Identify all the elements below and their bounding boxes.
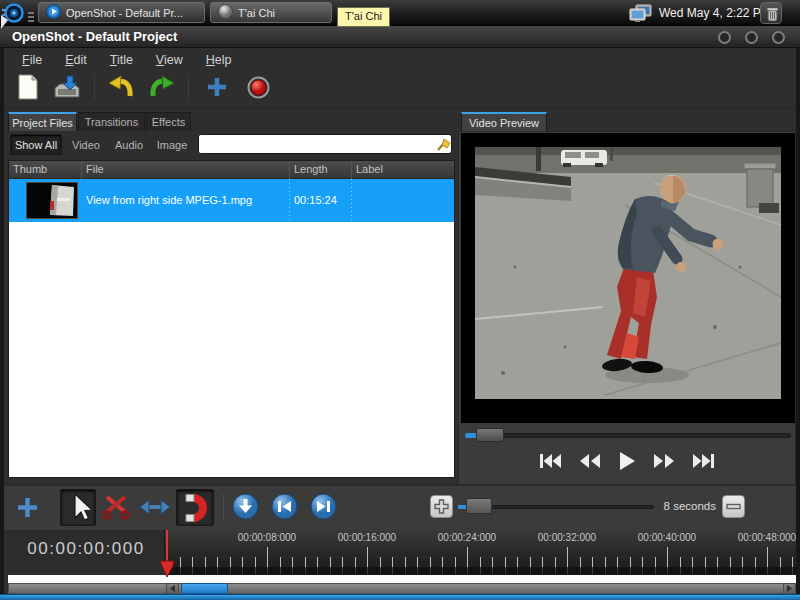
column-thumb[interactable]: Thumb: [13, 163, 47, 175]
menu-file[interactable]: File: [18, 51, 46, 69]
taskbar: OpenShot - Default Pr... T'ai Chi Wed Ma…: [0, 0, 800, 26]
taskbar-button-label: T'ai Chi: [238, 7, 275, 19]
menu-view[interactable]: View: [152, 51, 187, 69]
import-files-icon[interactable]: [53, 74, 81, 104]
bottom-panel-edge: [0, 594, 800, 600]
clock: Wed May 4, 2:22 PM: [659, 6, 771, 20]
export-video-icon[interactable]: [247, 76, 270, 103]
play-button[interactable]: [618, 451, 636, 475]
seek-slider-handle[interactable]: [476, 428, 504, 442]
playhead-marker[interactable]: [159, 560, 175, 578]
timeline-tracks-area[interactable]: [8, 575, 796, 583]
zoom-out-button[interactable]: [722, 495, 745, 518]
ruler-label: 00:00:40:000: [625, 532, 709, 543]
video-frame: [461, 133, 795, 423]
add-icon[interactable]: [206, 76, 228, 102]
fast-forward-button[interactable]: [653, 452, 675, 474]
redo-icon[interactable]: [148, 74, 175, 105]
scrollbar-thumb[interactable]: [181, 583, 228, 594]
current-time-display: 00:00:00:000: [8, 530, 165, 567]
file-length: 00:15:24: [294, 194, 337, 206]
toolbar-separator: [188, 77, 189, 101]
column-separator: [289, 161, 290, 179]
panel-handle-icon: [28, 8, 34, 26]
new-project-icon[interactable]: [16, 74, 40, 104]
ruler-label: 00:00:32:000: [525, 532, 609, 543]
ruler-label: 00:00:16:000: [325, 532, 409, 543]
menu-help[interactable]: Help: [202, 51, 236, 69]
seek-slider[interactable]: [465, 433, 791, 438]
list-header: Thumb File Length Label: [9, 161, 454, 179]
window-maximize-button[interactable]: [745, 31, 758, 44]
snapping-tool-button[interactable]: [176, 489, 214, 526]
scroll-left-arrow[interactable]: [166, 583, 179, 594]
main-toolbar: [4, 71, 796, 108]
tooltip: T'ai Chi: [337, 7, 390, 27]
filter-video[interactable]: Video: [66, 134, 106, 155]
filter-show-all[interactable]: Show All: [10, 134, 62, 155]
file-name: View from right side MPEG-1.mpg: [86, 194, 252, 206]
arrow-tool-button[interactable]: [60, 489, 96, 526]
ruler-label: 00:00:08:000: [225, 532, 309, 543]
window-title: OpenShot - Default Project: [12, 29, 177, 44]
previous-marker-button[interactable]: [271, 493, 298, 520]
menu-edit[interactable]: Edit: [61, 51, 91, 69]
scroll-right-arrow[interactable]: [783, 583, 796, 594]
tab-project-files[interactable]: Project Files: [8, 112, 77, 131]
column-separator: [351, 161, 352, 179]
zoom-slider-handle[interactable]: [466, 498, 492, 514]
tab-video-preview[interactable]: Video Preview: [461, 112, 547, 131]
add-track-icon[interactable]: [16, 496, 39, 523]
tab-transitions[interactable]: Transitions: [78, 112, 145, 131]
skip-to-end-button[interactable]: [692, 452, 716, 474]
openshot-app-icon: [46, 4, 61, 21]
undo-icon[interactable]: [108, 74, 135, 105]
search-input[interactable]: [201, 136, 431, 152]
window-minimize-button[interactable]: [718, 31, 731, 44]
ruler-cells: [165, 567, 796, 575]
razor-tool-icon[interactable]: [102, 493, 130, 525]
file-row-selected[interactable]: View from right side MPEG-1.mpg 00:15:24: [9, 179, 454, 222]
skip-to-start-button[interactable]: [538, 452, 562, 474]
column-separator: [81, 161, 82, 179]
filter-image[interactable]: Image: [151, 134, 193, 155]
search-box: [198, 134, 452, 154]
project-files-list: Thumb File Length Label View from right …: [8, 160, 455, 478]
file-thumbnail: [26, 182, 78, 219]
video-content: [475, 147, 781, 399]
rewind-button[interactable]: [579, 452, 601, 474]
display-settings-icon[interactable]: [628, 4, 654, 27]
clear-search-broom-icon[interactable]: [435, 137, 451, 157]
ruler-label: 00:00:24:000: [425, 532, 509, 543]
menu-title[interactable]: Title: [106, 51, 137, 69]
ruler-label: 00:00:48:000: [725, 532, 796, 543]
filter-audio[interactable]: Audio: [108, 134, 150, 155]
taskbar-button-openshot[interactable]: OpenShot - Default Pr...: [38, 2, 205, 23]
tab-effects[interactable]: Effects: [146, 112, 191, 131]
trash-applet-icon[interactable]: [760, 2, 782, 24]
resize-tool-icon[interactable]: [139, 497, 171, 521]
mouse-cursor: [1, 15, 8, 29]
zoom-level-label: 8 seconds: [648, 500, 716, 512]
column-length[interactable]: Length: [294, 163, 328, 175]
video-preview-panel: [458, 131, 796, 485]
horizontal-scrollbar[interactable]: [8, 583, 796, 594]
transport-controls: [459, 448, 795, 478]
window-close-button[interactable]: [772, 31, 785, 44]
column-separator: [289, 179, 290, 222]
taskbar-button-taichi[interactable]: T'ai Chi: [210, 2, 332, 23]
menubar: File Edit Title View Help: [4, 48, 796, 71]
next-marker-button[interactable]: [310, 493, 337, 520]
add-marker-button[interactable]: [232, 493, 259, 520]
column-separator: [351, 179, 352, 222]
desktop: OpenShot - Default Pr... T'ai Chi Wed Ma…: [0, 0, 800, 600]
media-player-app-icon: [218, 4, 233, 21]
toolbar-separator: [94, 77, 95, 101]
column-file[interactable]: File: [86, 163, 104, 175]
timeline-ruler[interactable]: 00:00:08:000 00:00:16:000 00:00:24:000 0…: [165, 530, 796, 567]
zoom-in-button[interactable]: [430, 495, 453, 518]
column-label[interactable]: Label: [356, 163, 383, 175]
taskbar-button-label: OpenShot - Default Pr...: [66, 7, 183, 19]
toolbar-separator: [223, 494, 224, 520]
